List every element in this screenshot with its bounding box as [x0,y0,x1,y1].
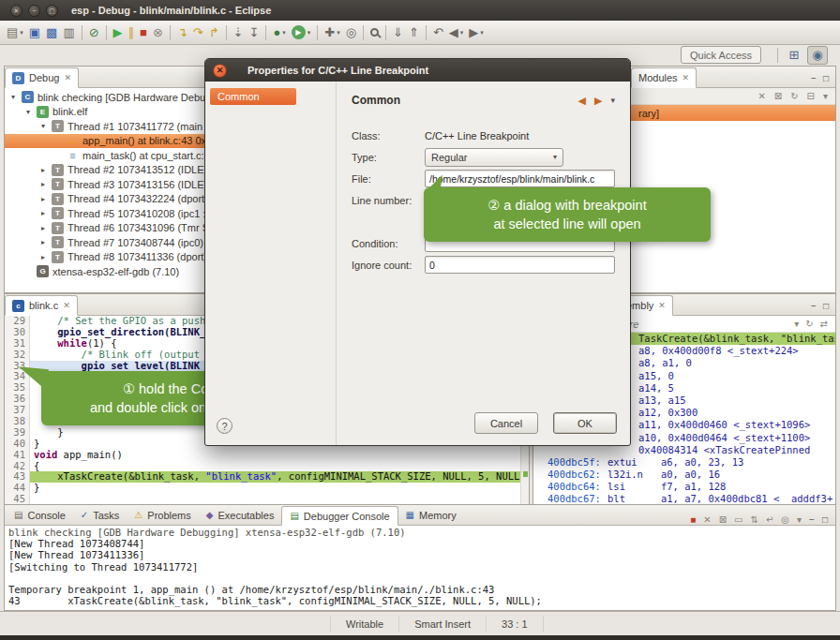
last-edit-location-icon[interactable]: ↶ [431,23,445,42]
step-over-icon[interactable]: ↷ [191,23,205,42]
tab-debug[interactable]: D Debug ✕ [5,67,79,88]
minimize-icon[interactable]: − [811,301,817,311]
tab-blink-c[interactable]: c blink.c ✕ [5,295,78,316]
file-field[interactable] [425,170,615,187]
line-number[interactable]: 31 [5,338,25,350]
view-menu-icon[interactable]: ▾ [610,96,615,105]
glyph: ∥ [128,26,135,38]
new-wizard-icon[interactable]: ▤▾ [5,23,25,42]
remove-all-launches-icon[interactable]: ⊠ [719,514,727,525]
clear-console-icon[interactable]: ▭ [734,514,742,525]
disconnect-icon[interactable]: ⊗ [151,23,165,42]
suspend-icon[interactable]: ∥ [127,23,137,42]
remove-all-modules-icon[interactable]: ⊠ [774,91,782,101]
forward-icon[interactable]: ▶▾ [467,23,486,42]
next-annotation-icon[interactable]: ⇓ [391,23,405,42]
maximize-button[interactable]: ▢ [46,5,58,17]
expand-arrow-icon[interactable]: ▸ [38,166,48,174]
line-number[interactable]: 45 [5,494,25,504]
display-selected-console-icon[interactable]: ▾ [797,514,802,525]
expand-arrow-icon[interactable]: ▸ [38,195,48,203]
pin-console-icon[interactable]: ◎ [781,514,789,525]
cancel-button[interactable]: Cancel [474,412,538,434]
close-icon[interactable]: ✕ [682,73,690,82]
scroll-lock-icon[interactable]: ⇅ [751,514,758,525]
forward-icon[interactable]: ▶ [594,95,602,107]
remove-module-icon[interactable]: ✕ [758,91,765,101]
search-icon[interactable] [368,23,381,42]
minimize-icon[interactable]: − [809,514,815,525]
minimize-button[interactable]: − [28,5,40,17]
close-icon[interactable]: ✕ [658,301,666,310]
quick-access-button[interactable]: Quick Access [681,46,761,64]
minimize-icon[interactable]: − [811,73,817,83]
remove-launch-icon[interactable]: ✕ [703,514,711,525]
line-number[interactable]: 41 [5,450,25,461]
debug-icon[interactable]: ●▾ [271,23,287,42]
previous-annotation-icon[interactable]: ⇑ [407,23,421,42]
type-dropdown[interactable]: Regular ▾ [425,148,563,167]
expand-arrow-icon[interactable]: ▸ [38,209,48,217]
tab-problems[interactable]: ⚠Problems [127,505,198,525]
drop-to-frame-icon[interactable]: ↧ [248,23,262,42]
tab-console[interactable]: ▤Console [7,505,73,525]
tab-debugger-console[interactable]: ▤Debugger Console [281,506,398,526]
expand-arrow-icon[interactable]: ▸ [38,253,48,261]
run-icon[interactable]: ▶▾ [290,23,313,42]
location-dropdown-icon[interactable]: ▾ [794,319,799,329]
close-icon[interactable]: ✕ [63,301,70,310]
console-line: 43 xTaskCreate(&blink_task, "blink_task"… [8,595,832,606]
help-button[interactable]: ? [217,418,232,434]
dialog-close-button[interactable]: ✕ [213,64,227,78]
glyph: ⊗ [153,26,163,38]
asm-text: a8, 0x400d00f8 <_stext+224> [638,345,799,356]
step-return-icon[interactable]: ↱ [207,23,221,42]
refresh-view-icon[interactable]: ↻ [805,319,813,329]
refresh-icon[interactable]: ↻ [790,91,798,101]
maximize-icon[interactable]: □ [822,514,828,525]
tab-memory[interactable]: ▦Memory [398,505,464,525]
console-output[interactable]: blink checking [GDB Hardware Debugging] … [5,526,835,610]
tab-modules[interactable]: Modules ✕ [631,67,697,88]
sync-selection-icon[interactable]: ⇄ [820,319,828,329]
code-line: xTaskCreate(&blink_task, "blink_task", c… [30,471,520,483]
close-button[interactable]: ✕ [10,5,22,17]
print-icon[interactable]: ▥ [61,23,76,42]
expand-arrow-icon[interactable]: ▾ [38,122,48,130]
save-icon[interactable]: ▣ [27,23,42,42]
new-c-project-icon[interactable]: ✚▾ [322,23,341,42]
close-icon[interactable]: ✕ [64,73,71,82]
line-number[interactable]: 40 [5,439,25,450]
back-icon[interactable]: ◀ [578,95,586,107]
open-element-icon[interactable]: ◎ [344,23,358,42]
ok-button[interactable]: OK [553,412,617,434]
line-number[interactable]: 32 [5,350,25,361]
ignore-count-field[interactable] [425,256,615,274]
terminate-icon[interactable]: ■ [690,514,696,525]
terminate-icon[interactable]: ■ [138,23,149,42]
maximize-icon[interactable]: □ [823,73,829,83]
resume-icon[interactable]: ▶ [112,23,125,42]
collapse-all-icon[interactable]: ⊟ [807,91,815,101]
line-number[interactable]: 39 [5,427,25,439]
skip-all-breakpoints-icon[interactable]: ⊘ [87,23,101,42]
expand-arrow-icon[interactable]: ▸ [38,224,48,232]
expand-arrow-icon[interactable]: ▸ [38,180,48,188]
tab-tasks[interactable]: ✓Tasks [73,505,128,525]
expand-arrow-icon[interactable]: ▸ [38,238,48,246]
instruction-stepping-icon[interactable]: ⇣ [232,23,246,42]
maximize-icon[interactable]: □ [823,301,829,311]
toolbar-separator [170,25,171,40]
step-into-icon[interactable]: ↴ [175,23,189,42]
sidebar-item-common[interactable]: Common [210,88,296,105]
open-perspective-icon[interactable]: ⊞ [784,46,804,65]
tab-executables[interactable]: ◆Executables [199,505,282,525]
word-wrap-icon[interactable]: ↵ [766,514,773,525]
expand-arrow-icon[interactable]: ▾ [23,108,33,116]
line-number[interactable]: 30 [5,327,25,338]
view-menu-icon[interactable]: ▾ [823,91,828,101]
expand-arrow-icon[interactable]: ▾ [8,93,18,101]
save-all-icon[interactable]: ▩ [44,23,59,42]
debug-perspective-icon[interactable]: ◉ [807,46,828,65]
back-icon[interactable]: ◀▾ [447,23,466,42]
